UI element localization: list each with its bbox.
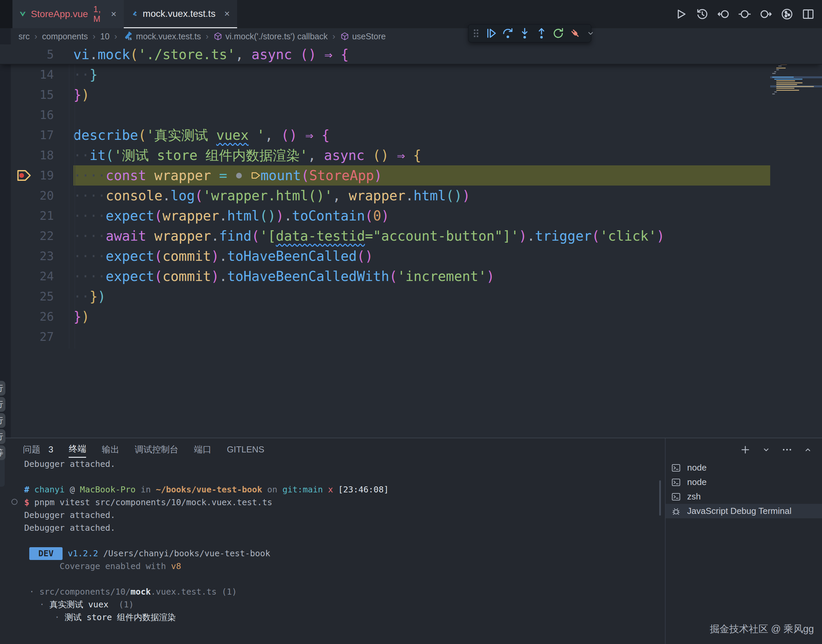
- tab-storeapp-vue[interactable]: StoreApp.vue1, M×: [12, 0, 124, 28]
- code-line-24[interactable]: 24····expect(commit).toHaveBeenCalledWit…: [0, 266, 770, 287]
- code-line-26[interactable]: 26}): [0, 307, 770, 327]
- breadcrumb-item[interactable]: tsmock.vuex.test.ts: [122, 31, 201, 42]
- line-number[interactable]: 20: [0, 186, 54, 206]
- code-line-16[interactable]: 16: [0, 105, 770, 125]
- breadcrumb-item[interactable]: src: [18, 32, 29, 41]
- terminal-scrollbar[interactable]: [659, 480, 661, 515]
- line-number[interactable]: 27: [0, 327, 54, 347]
- sticky-scroll-line[interactable]: 5vi.mock('./store.ts', async () ⇒ {: [0, 44, 822, 64]
- terminal-list-label: node: [687, 477, 707, 488]
- breadcrumb-item[interactable]: vi.mock('./store.ts') callback: [213, 32, 327, 41]
- code-text: }): [73, 85, 89, 105]
- step-over-button[interactable]: [501, 26, 514, 40]
- panel-tab-调试控制台[interactable]: 调试控制台: [135, 444, 178, 457]
- edge-overlay-button[interactable]: 等: [0, 445, 5, 460]
- line-number[interactable]: 17: [0, 125, 54, 145]
- command-decoration-circle[interactable]: [11, 499, 17, 505]
- code-line-25[interactable]: 25··}): [0, 287, 770, 307]
- line-number[interactable]: 19: [0, 166, 54, 186]
- code-line-27[interactable]: 27: [0, 327, 770, 347]
- run-button[interactable]: [674, 7, 688, 21]
- dev-badge: DEV: [29, 547, 63, 560]
- step-into-button[interactable]: [518, 26, 531, 40]
- nav-forward-button[interactable]: [759, 7, 773, 21]
- split-editor-button[interactable]: [801, 7, 815, 21]
- breadcrumb-separator: ›: [206, 31, 209, 42]
- kebab-button[interactable]: [781, 444, 793, 456]
- edge-overlay-button[interactable]: 行: [0, 381, 5, 396]
- minimap-code-row: [774, 71, 776, 72]
- edge-overlay-button[interactable]: 行: [0, 429, 5, 444]
- line-number[interactable]: 22: [0, 226, 54, 246]
- line-number[interactable]: 16: [0, 105, 54, 125]
- edge-overlay-button[interactable]: 行: [0, 397, 5, 412]
- editor-actions-toolbar: [674, 5, 815, 23]
- chevron-down-button[interactable]: [585, 26, 596, 40]
- line-number[interactable]: 25: [0, 287, 54, 307]
- chevron-down-button[interactable]: [760, 444, 772, 456]
- code-editor[interactable]: 14··}15})1617describe('真实测试 vuex ', () ⇒…: [0, 44, 822, 438]
- chevron-down-icon: [761, 445, 771, 455]
- nav-forward-icon: [759, 8, 773, 21]
- breadcrumb-item[interactable]: 10: [100, 32, 110, 41]
- line-number[interactable]: 14: [0, 64, 54, 85]
- code-text: describe('真实测试 vuex ', () ⇒ {: [73, 125, 330, 145]
- terminal-list-item-zsh[interactable]: zsh: [665, 489, 822, 504]
- chevron-up-button[interactable]: [802, 444, 814, 456]
- line-number[interactable]: 24: [0, 266, 54, 287]
- line-number[interactable]: 5: [0, 44, 54, 64]
- minimap-code-row: [778, 66, 782, 67]
- tab-close-icon[interactable]: ×: [224, 8, 230, 19]
- terminal-list-item-javascript-debug-terminal[interactable]: JavaScript Debug Terminal: [665, 504, 822, 518]
- terminal-list-label: zsh: [687, 491, 701, 502]
- code-text: ····expect(commit).toHaveBeenCalledWith(…: [73, 266, 495, 287]
- history-button[interactable]: [695, 7, 709, 21]
- panel-tab-输出[interactable]: 输出: [101, 444, 119, 457]
- panel-tab-问题[interactable]: 问题3: [23, 444, 53, 457]
- line-number[interactable]: 23: [0, 246, 54, 266]
- code-line-20[interactable]: 20····console.log('wrapper.html()', wrap…: [0, 186, 770, 206]
- code-line-5[interactable]: 5vi.mock('./store.ts', async () ⇒ {: [0, 44, 770, 64]
- code-line-23[interactable]: 23····expect(commit).toHaveBeenCalled(): [0, 246, 770, 266]
- code-line-14[interactable]: 14··}: [0, 64, 770, 85]
- nav-back-button[interactable]: [716, 7, 730, 21]
- breadcrumb-label: components: [42, 32, 88, 41]
- edge-overlay-button[interactable]: 行: [0, 413, 5, 428]
- continue-button[interactable]: [485, 26, 498, 40]
- panel-tab-终端[interactable]: 终端: [69, 443, 86, 458]
- code-line-19[interactable]: 19····const wrapper = mount(StoreApp): [0, 166, 770, 186]
- line-number[interactable]: 18: [0, 145, 54, 166]
- panel-tab-端口[interactable]: 端口: [194, 444, 211, 457]
- run-icon: [675, 8, 688, 21]
- problems-count-badge: 3: [48, 444, 53, 455]
- minimap-code-row: [776, 84, 797, 85]
- tab-close-icon[interactable]: ×: [111, 9, 116, 20]
- code-line-22[interactable]: 22····await wrapper.find('[data-testid="…: [0, 226, 770, 246]
- panel-tab-GITLENS[interactable]: GITLENS: [227, 444, 264, 457]
- inline-breakpoint-dot-icon[interactable]: [236, 173, 242, 178]
- code-line-17[interactable]: 17describe('真实测试 vuex ', () ⇒ {: [0, 125, 770, 145]
- breadcrumb-item[interactable]: useStore: [340, 32, 386, 41]
- terminal-list-item-node[interactable]: node: [665, 475, 822, 489]
- code-line-21[interactable]: 21····expect(wrapper.html()).toContain(0…: [0, 206, 770, 226]
- breadcrumb-item[interactable]: components: [42, 32, 88, 41]
- scm-graph-button[interactable]: [780, 7, 794, 21]
- code-text: ··it('测试 store 组件内数据渲染', async () ⇒ {: [73, 145, 421, 166]
- tab-mock-vuex-test-ts[interactable]: tsmock.vuex.test.ts×: [124, 0, 237, 28]
- breadcrumb-separator: ›: [114, 31, 117, 42]
- step-out-button[interactable]: [535, 26, 548, 40]
- line-number[interactable]: 26: [0, 307, 54, 327]
- restart-button[interactable]: [552, 26, 565, 40]
- plus-button[interactable]: [739, 444, 751, 456]
- minimap[interactable]: [770, 44, 822, 186]
- code-line-18[interactable]: 18··it('测试 store 组件内数据渲染', async () ⇒ {: [0, 145, 770, 166]
- nav-circle-button[interactable]: [737, 7, 752, 21]
- terminal-list-item-node[interactable]: node: [665, 460, 822, 475]
- toolbar-drag-handle[interactable]: [472, 26, 481, 40]
- line-number[interactable]: 15: [0, 85, 54, 105]
- terminal-list-label: node: [687, 463, 707, 473]
- disconnect-button[interactable]: [569, 26, 582, 40]
- line-number[interactable]: 21: [0, 206, 54, 226]
- code-line-15[interactable]: 15}): [0, 85, 770, 105]
- edge-overlay-block: [0, 456, 5, 487]
